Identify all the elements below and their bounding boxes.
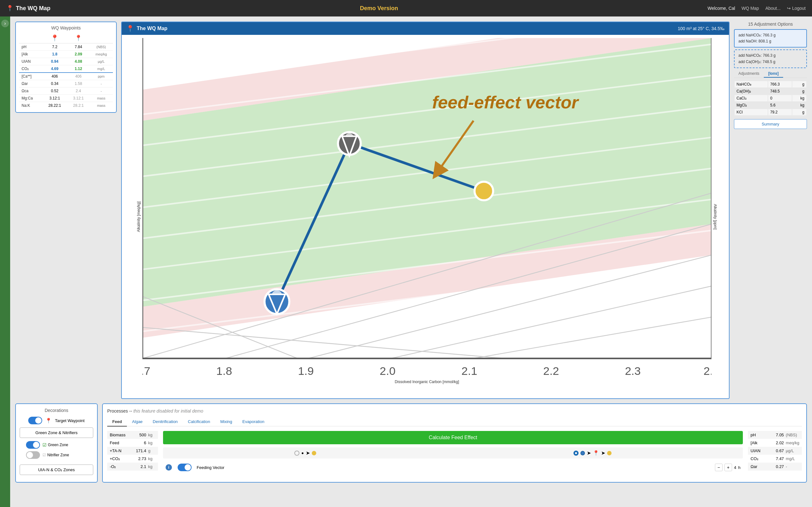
feed-feed-row: Feed 6 kg <box>107 439 158 447</box>
main-content: WQ Waypoints 📍 📍 pH 7.2 <box>10 16 812 507</box>
chart-svg: feed-effect vector <box>142 38 711 379</box>
tab-algae[interactable]: Algae <box>127 417 148 426</box>
demo-version-label: Demo Version <box>360 5 398 11</box>
option2-line1: add NaHCO₃: 766.3 g <box>739 53 803 59</box>
topnav: 📍 The WQ Map Demo Version Welcome, Cal W… <box>0 0 812 16</box>
tab-calcification[interactable]: Calcification <box>183 417 215 426</box>
tab-denitrification[interactable]: Denitrification <box>148 417 183 426</box>
svg-text:feed-effect vector: feed-effect vector <box>432 93 579 112</box>
wq-waypoints-table: 📍 📍 pH 7.2 7.84 (NBS) [Al <box>19 33 113 109</box>
feed-tan-row: +TA-N 171.4 g <box>107 447 158 455</box>
adjustment-option-1[interactable]: add NaHCO₃: 766.3 g add NaOH: 808.1 g <box>734 29 807 48</box>
y-axis-label: Alkalinity [meq/kg] <box>136 201 141 232</box>
table-row: Ca(OH)₂748.5g <box>734 88 806 95</box>
process-content: Biomass 500 kg Feed 6 kg +TA-N 171.4 <box>107 431 802 473</box>
tab-evaporation[interactable]: Evaporation <box>237 417 269 426</box>
logo: 📍 The WQ Map <box>6 5 50 12</box>
processes-subtitle: this feature disabled for initial demo <box>133 408 203 413</box>
table-row: Ωar 0.34 1.58 - <box>19 80 113 88</box>
decorations-panel: Decorations 📍 Target Waypoint Green Zone… <box>15 403 98 483</box>
waypoint-radio-left[interactable] <box>294 451 299 456</box>
arrow-right-icon-2: ➤ <box>587 450 591 456</box>
ions-table: NaHCO₃766.3g Ca(OH)₂748.5g CaCl₂0kg MgCl… <box>734 80 807 116</box>
about-link[interactable]: About... <box>765 6 780 11</box>
dot-dark-icon: ● <box>301 451 304 455</box>
feeding-vector-info-button[interactable]: i <box>165 464 172 470</box>
wq-map-chart: 📍 The WQ Map 100 m³ at 25° C, 34.5‰ Alka… <box>121 21 729 399</box>
waypoint2-icon: 📍 <box>75 35 82 42</box>
sidebar-expand-button[interactable]: › <box>1 20 9 27</box>
x-axis-label: Dissolved Inorganic Carbon [mmol/kg] <box>142 380 711 384</box>
adjustment-option-2[interactable]: add NaHCO₃: 766.3 g add Ca(OH)₂: 748.5 g <box>734 49 807 68</box>
svg-line-17 <box>473 317 711 358</box>
tab-ions[interactable]: [Ions] <box>764 70 783 78</box>
chart-pin-icon: 📍 <box>126 25 134 32</box>
feeding-vector-toggle[interactable] <box>177 464 192 471</box>
table-row: MgCl₂5.6kg <box>734 102 806 108</box>
green-check-icon: ☑ <box>43 442 47 447</box>
wq-waypoints-title: WQ Waypoints <box>19 25 113 31</box>
y-axis-right-label: Alkalinity [ppm] <box>713 204 718 229</box>
logout-label: Logout <box>792 6 806 11</box>
waypoint-radio-right[interactable] <box>573 451 578 456</box>
decorations-title: Decorations <box>20 408 93 413</box>
top-row: WQ Waypoints 📍 📍 pH 7.2 <box>15 21 807 399</box>
uia-co2-zones-button[interactable]: UIA-N & CO₂ Zones <box>20 464 93 475</box>
logout-button[interactable]: ↪ Logout <box>787 6 806 11</box>
yellow-dot-icon-2 <box>607 451 612 455</box>
feed-data-column: Biomass 500 kg Feed 6 kg +TA-N 171.4 <box>107 431 158 470</box>
feeding-vector-row: i Feeding Vector − + 4 h <box>163 462 743 473</box>
nitrifier-check-icon: ☑ <box>43 453 46 457</box>
wq-map-link[interactable]: WQ Map <box>742 6 759 11</box>
svg-point-30 <box>474 181 493 200</box>
summary-button[interactable]: Summary <box>734 119 807 129</box>
green-zone-nitrifiers-button[interactable]: Green Zone & Nitrifiers <box>20 428 93 438</box>
option1-line1: add NaHCO₃: 766.3 g <box>739 32 803 38</box>
table-row: Na:K 28.22:1 28.2:1 mass <box>19 102 113 109</box>
svg-text:2.0: 2.0 <box>380 365 396 377</box>
adjustment-options-panel: 15 Adjustment Options add NaHCO₃: 766.3 … <box>734 21 807 129</box>
table-row: CO₂ 4.69 1.12 mg/L <box>19 65 113 73</box>
arrow-right-icon-3: ➤ <box>601 450 605 456</box>
process-center-column: Calculate Feed Effect ● ➤ <box>163 431 743 473</box>
chart-header: 📍 The WQ Map 100 m³ at 25° C, 34.5‰ <box>122 22 729 35</box>
blue-dot-icon <box>580 451 585 455</box>
table-row: pH 7.2 7.84 (NBS) <box>19 43 113 51</box>
target-waypoint-row: 📍 Target Waypoint <box>20 417 93 424</box>
processes-title: Processes -- <box>107 408 132 413</box>
processes-panel: Processes -- this feature disabled for i… <box>102 403 807 483</box>
time-control: − + 4 h <box>715 464 740 471</box>
chart-title-text: The WQ Map <box>137 26 167 32</box>
main-layout: › WQ Waypoints 📍 📍 <box>0 16 812 507</box>
logout-icon: ↪ <box>787 6 791 11</box>
target-waypoint-toggle[interactable] <box>28 417 42 424</box>
tab-mixing[interactable]: Mixing <box>215 417 237 426</box>
calculate-feed-effect-button[interactable]: Calculate Feed Effect <box>163 431 743 444</box>
tab-feed[interactable]: Feed <box>107 417 127 427</box>
green-zone-toggle[interactable] <box>26 441 40 449</box>
topnav-right: Welcome, Cal WQ Map About... ↪ Logout <box>708 6 806 11</box>
topnav-center: Demo Version <box>50 5 708 12</box>
table-row: UIAN 0.94 4.08 µg/L <box>19 58 113 65</box>
result-ph-row: pH 7.05 (NBS) <box>748 431 802 439</box>
time-increase-button[interactable]: + <box>724 464 732 471</box>
logo-text: The WQ Map <box>16 5 50 12</box>
table-row: Ωca 0.52 2.4 - <box>19 88 113 95</box>
target-pin-icon: 📍 <box>45 418 52 424</box>
svg-text:1.8: 1.8 <box>216 365 232 377</box>
nitrifier-zone-row: ☑ Nitrifier Zone <box>26 451 93 459</box>
waypoint-option-right: ➤ 📍 ➤ <box>573 450 612 456</box>
time-unit: h <box>738 465 740 470</box>
result-alk-row: [Alk 2.02 meq/kg <box>748 439 802 447</box>
time-decrease-button[interactable]: − <box>715 464 722 471</box>
tab-adjustments[interactable]: Adjustments <box>734 70 764 78</box>
nitrifier-zone-toggle[interactable] <box>26 451 40 459</box>
result-uian-row: UIAN 0.67 µg/L <box>748 447 802 455</box>
svg-text:1.7: 1.7 <box>142 365 150 377</box>
processes-header: Processes -- this feature disabled for i… <box>107 408 802 413</box>
svg-text:2.1: 2.1 <box>461 365 477 377</box>
table-row: Mg:Ca 3.12:1 3.12:1 mass <box>19 95 113 102</box>
nitrifier-zone-label: ☑ Nitrifier Zone <box>43 453 69 457</box>
process-results-column: pH 7.05 (NBS) [Alk 2.02 meq/kg UIAN 0.67 <box>748 431 802 470</box>
bottom-row: Decorations 📍 Target Waypoint Green Zone… <box>15 403 807 483</box>
